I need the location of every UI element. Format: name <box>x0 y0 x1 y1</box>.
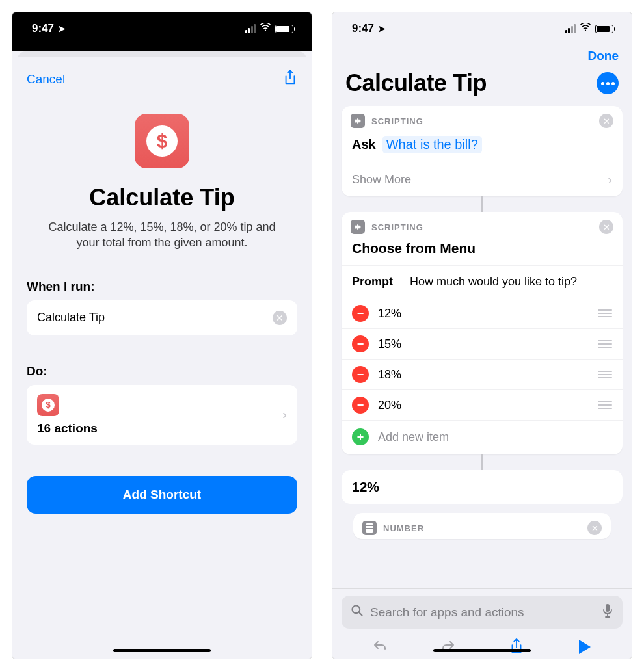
phone-editor: 9:47 ➤ Done Calculate Tip SCRIPTING ✕ As… <box>332 12 632 659</box>
remove-option-icon[interactable]: − <box>352 366 369 383</box>
run-button[interactable] <box>576 638 594 656</box>
location-icon: ➤ <box>58 23 66 34</box>
search-placeholder: Search for apps and actions <box>370 605 524 620</box>
category-label: SCRIPTING <box>371 116 423 126</box>
actions-row[interactable]: $ 16 actions › <box>27 385 297 445</box>
share-button[interactable] <box>507 638 526 656</box>
clear-icon[interactable]: ✕ <box>273 311 287 325</box>
svg-point-1 <box>585 29 586 31</box>
prompt-value: How much would you like to tip? <box>410 275 577 289</box>
chevron-right-icon: › <box>608 172 612 187</box>
connector-line <box>481 454 483 470</box>
ask-prompt-token[interactable]: What is the bill? <box>382 136 482 153</box>
show-more-label: Show More <box>352 173 411 187</box>
undo-button[interactable] <box>371 638 389 656</box>
shortcut-description: Calculate a 12%, 15%, 18%, or 20% tip an… <box>40 219 284 251</box>
remove-option-icon[interactable]: − <box>352 305 369 322</box>
add-shortcut-button[interactable]: Add Shortcut <box>27 476 297 514</box>
scripting-icon <box>351 220 365 234</box>
cancel-button[interactable]: Cancel <box>27 72 65 86</box>
actions-editor[interactable]: SCRIPTING ✕ Ask What is the bill? Show M… <box>332 106 632 588</box>
when-label: When I run: <box>27 280 297 294</box>
number-icon <box>362 521 377 535</box>
status-time: 9:47 <box>352 22 374 35</box>
menu-option-row[interactable]: −12% <box>342 298 623 328</box>
menu-option-row[interactable]: −20% <box>342 389 623 420</box>
chevron-right-icon: › <box>282 407 287 422</box>
battery-icon <box>275 25 293 33</box>
shortcut-name-input[interactable] <box>37 311 273 324</box>
action-choose-menu-card[interactable]: SCRIPTING ✕ Choose from Menu Prompt How … <box>342 212 623 454</box>
add-menu-item-row[interactable]: + Add new item <box>342 420 623 454</box>
shortcut-name-field[interactable]: ✕ <box>27 300 297 336</box>
svg-rect-4 <box>606 604 610 612</box>
more-button[interactable] <box>597 72 619 94</box>
action-number-card[interactable]: NUMBER ✕ <box>353 513 611 539</box>
redo-button[interactable] <box>439 638 457 656</box>
wifi-icon <box>260 22 271 35</box>
connector-line <box>481 196 483 212</box>
shortcut-title: Calculate Tip <box>27 184 297 211</box>
action-ask-card[interactable]: SCRIPTING ✕ Ask What is the bill? Show M… <box>342 106 623 196</box>
menu-branch-card[interactable]: 12% <box>342 470 623 504</box>
svg-point-0 <box>265 29 266 31</box>
remove-action-icon[interactable]: ✕ <box>587 521 602 535</box>
status-bar: 9:47 ➤ <box>12 12 312 45</box>
drag-handle-icon[interactable] <box>598 401 612 409</box>
done-button[interactable]: Done <box>588 49 619 63</box>
page-title: Calculate Tip <box>345 70 487 97</box>
option-label: 15% <box>378 337 401 351</box>
do-label: Do: <box>27 364 297 378</box>
cellular-icon <box>565 24 576 33</box>
drag-handle-icon[interactable] <box>598 371 612 378</box>
actions-count: 16 actions <box>37 421 98 436</box>
wifi-icon <box>580 22 591 35</box>
show-more-row[interactable]: Show More › <box>342 163 623 196</box>
option-label: 12% <box>378 307 401 321</box>
shortcut-icon: $ <box>135 114 189 168</box>
remove-option-icon[interactable]: − <box>352 336 369 352</box>
branch-label: 12% <box>352 479 379 494</box>
svg-line-3 <box>359 612 362 616</box>
plus-icon: + <box>352 428 369 445</box>
menu-option-row[interactable]: −15% <box>342 328 623 359</box>
scripting-icon <box>351 114 365 128</box>
home-indicator[interactable] <box>113 649 211 652</box>
search-icon <box>351 604 364 620</box>
home-indicator[interactable] <box>433 649 531 652</box>
status-bar: 9:47 ➤ <box>332 12 632 45</box>
category-label: SCRIPTING <box>371 222 423 232</box>
remove-action-icon[interactable]: ✕ <box>599 114 613 128</box>
option-label: 20% <box>378 399 401 412</box>
add-shortcut-sheet: Cancel $ Calculate Tip Calculate a 12%, … <box>12 57 312 659</box>
prompt-key: Prompt <box>352 275 393 289</box>
bottom-bar: Search for apps and actions <box>332 588 632 659</box>
add-item-label: Add new item <box>378 430 449 444</box>
mic-icon[interactable] <box>602 603 613 621</box>
search-field[interactable]: Search for apps and actions <box>342 596 623 629</box>
remove-action-icon[interactable]: ✕ <box>599 220 613 234</box>
menu-option-row[interactable]: −18% <box>342 359 623 389</box>
location-icon: ➤ <box>378 23 386 34</box>
battery-icon <box>595 25 613 33</box>
option-label: 18% <box>378 368 401 382</box>
drag-handle-icon[interactable] <box>598 340 612 348</box>
ask-label: Ask <box>352 137 376 152</box>
cellular-icon <box>245 24 256 33</box>
shortcut-small-icon: $ <box>37 394 59 416</box>
phone-add-shortcut: 9:47 ➤ Cancel $ Calculate Tip Calculate … <box>12 12 312 659</box>
menu-prompt-row[interactable]: Prompt How much would you like to tip? <box>342 265 623 298</box>
share-icon[interactable] <box>283 69 297 90</box>
choose-menu-title: Choose from Menu <box>342 238 623 265</box>
status-time: 9:47 <box>32 22 54 35</box>
drag-handle-icon[interactable] <box>598 309 612 317</box>
category-label: NUMBER <box>383 523 424 533</box>
remove-option-icon[interactable]: − <box>352 397 369 414</box>
